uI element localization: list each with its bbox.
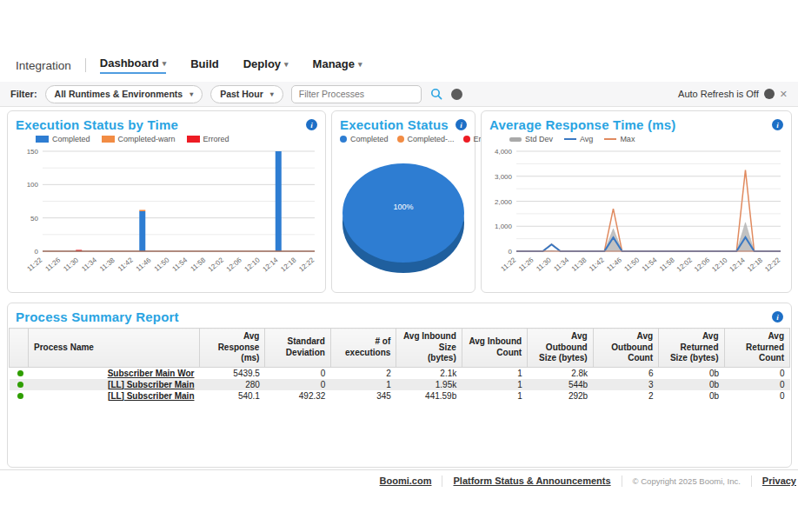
column-header[interactable]: Avg Response (ms): [200, 329, 265, 368]
value-cell: 345: [330, 390, 396, 402]
y-axis-tick-label: 1,000: [495, 223, 513, 230]
privacy-link[interactable]: Privacy: [752, 475, 798, 486]
nav-item-manage[interactable]: Manage ▾: [313, 57, 362, 73]
x-axis-tick-label: 11:34: [552, 256, 570, 273]
runtime-environment-dropdown[interactable]: All Runtimes & Environments ▾: [45, 85, 203, 103]
x-axis-tick-label: 11:46: [135, 256, 153, 273]
x-axis-tick-label: 11:30: [62, 256, 80, 273]
value-cell: 1: [462, 367, 527, 379]
value-cell: 2.1k: [396, 367, 462, 379]
pie-chart-legend: CompletedCompleted-...Errored: [332, 133, 475, 143]
top-nav: Integration Dashboard ▾ Build Deploy ▾ M…: [0, 52, 798, 78]
line-chart-legend: Std DevAvgMax: [482, 133, 791, 143]
column-header[interactable]: Process Name: [29, 329, 200, 368]
clear-search-button[interactable]: [451, 89, 462, 100]
nav-item-dashboard[interactable]: Dashboard ▾: [100, 57, 166, 74]
legend-swatch: [604, 138, 616, 140]
value-cell: 0b: [659, 390, 724, 402]
column-header[interactable]: Standard Deviation: [265, 329, 330, 368]
legend-item-completed-[interactable]: Completed-...: [397, 135, 455, 143]
copyright-text: © Copyright 2025 Boomi, Inc.: [622, 476, 751, 486]
value-cell: 0b: [659, 367, 724, 379]
column-header[interactable]: Avg Inbound Count: [462, 329, 527, 368]
value-cell: 292b: [528, 390, 593, 402]
x-axis-tick-label: 11:58: [189, 256, 207, 273]
filter-processes-input[interactable]: [291, 85, 422, 103]
platform-status-link[interactable]: Platform Status & Announcements: [442, 475, 621, 486]
legend-item-avg[interactable]: Avg: [564, 135, 593, 143]
process-name-link[interactable]: [LL] Subscriber Main: [108, 380, 194, 389]
legend-item-completed-warn[interactable]: Completed-warn: [102, 135, 176, 143]
x-axis-tick-label: 12:18: [279, 256, 298, 273]
legend-item-completed[interactable]: Completed: [36, 135, 90, 143]
y-axis-tick-label: 0: [509, 248, 513, 256]
info-icon[interactable]: i: [772, 119, 783, 130]
x-axis-tick-label: 12:02: [675, 256, 695, 273]
dashboard-page: Integration Dashboard ▾ Build Deploy ▾ M…: [0, 0, 798, 532]
legend-swatch: [564, 138, 576, 140]
status-cell: [10, 379, 29, 390]
column-header[interactable]: Avg Inbound Size (bytes): [396, 329, 462, 368]
legend-label: Errored: [203, 135, 229, 143]
legend-label: Completed-...: [408, 135, 455, 143]
execution-status-by-time-panel: Execution Status by Time i CompletedComp…: [7, 110, 326, 293]
nav-item-deploy[interactable]: Deploy ▾: [243, 57, 289, 73]
nav-item-build[interactable]: Build: [190, 57, 219, 73]
info-icon[interactable]: i: [306, 119, 317, 130]
legend-item-errored[interactable]: Errored: [187, 135, 229, 143]
y-axis-tick-label: 150: [27, 148, 39, 156]
panel-title: Execution Status by Time: [16, 117, 178, 132]
status-dot-icon: [17, 382, 23, 388]
value-cell: 2: [593, 390, 658, 402]
search-icon[interactable]: [429, 87, 443, 101]
panel-title: Average Response Time (ms): [489, 117, 675, 132]
process-name-link[interactable]: Subscriber Main Wor: [108, 369, 195, 378]
legend-item-completed[interactable]: Completed: [340, 135, 389, 143]
x-axis-tick-label: 12:22: [763, 256, 782, 273]
legend-label: Completed-warn: [118, 135, 176, 143]
chevron-down-icon: ▾: [270, 90, 274, 98]
auto-refresh-toggle[interactable]: [764, 89, 775, 99]
y-axis-tick-label: 4,000: [495, 148, 513, 156]
page-footer: Boomi.com Platform Status & Announcement…: [0, 469, 798, 491]
legend-swatch: [509, 137, 522, 142]
x-axis-tick-label: 12:02: [207, 256, 226, 273]
status-cell: [10, 390, 29, 402]
bar-chart-legend: CompletedCompleted-warnErrored: [8, 133, 325, 143]
pie-slice-completed[interactable]: [342, 163, 464, 263]
value-cell: 540.1: [200, 390, 265, 402]
table-row: Subscriber Main Wor5439.5022.1k12.8k60b0: [10, 367, 790, 379]
value-cell: 6: [593, 367, 658, 379]
process-name-link[interactable]: [LL] Subscriber Main: [108, 391, 194, 401]
x-axis-tick-label: 11:26: [517, 256, 535, 273]
bar-completed: [276, 151, 282, 251]
x-axis-tick-label: 12:14: [728, 256, 748, 273]
x-axis-tick-label: 12:10: [243, 256, 263, 273]
x-axis-tick-label: 11:26: [43, 256, 62, 273]
column-header[interactable]: Avg Outbound Size (bytes): [528, 329, 593, 368]
dashboard-panels: Execution Status by Time i CompletedComp…: [7, 110, 792, 293]
execution-status-by-time-chart: 05010015011:2211:2611:3011:3411:3811:421…: [13, 145, 320, 283]
table-header-row: Process NameAvg Response (ms)Standard De…: [10, 329, 790, 368]
chevron-down-icon: ▾: [190, 90, 193, 98]
close-icon[interactable]: ✕: [780, 90, 788, 99]
legend-label: Max: [620, 135, 635, 143]
legend-label: Avg: [580, 135, 593, 143]
bar-completed: [139, 211, 145, 251]
column-header[interactable]: Avg Returned Size (bytes): [659, 329, 724, 368]
legend-item-max[interactable]: Max: [604, 135, 635, 143]
info-icon[interactable]: i: [772, 311, 783, 323]
time-range-dropdown[interactable]: Past Hour ▾: [210, 85, 283, 103]
column-header[interactable]: [10, 329, 29, 368]
column-header[interactable]: Avg Outbound Count: [593, 329, 658, 368]
x-axis-tick-label: 11:38: [98, 256, 116, 273]
legend-item-std-dev[interactable]: Std Dev: [509, 135, 553, 143]
auto-refresh-control: Auto Refresh is Off ✕: [678, 89, 788, 99]
column-header[interactable]: # of executions: [330, 329, 396, 368]
boomi-com-link[interactable]: Boomi.com: [369, 475, 442, 486]
chevron-down-icon: ▾: [163, 59, 167, 68]
column-header[interactable]: Avg Returned Count: [724, 329, 790, 368]
filter-bar: Filter: All Runtimes & Environments ▾ Pa…: [0, 82, 798, 107]
y-axis-tick-label: 100: [27, 181, 39, 189]
info-icon[interactable]: i: [456, 119, 467, 130]
